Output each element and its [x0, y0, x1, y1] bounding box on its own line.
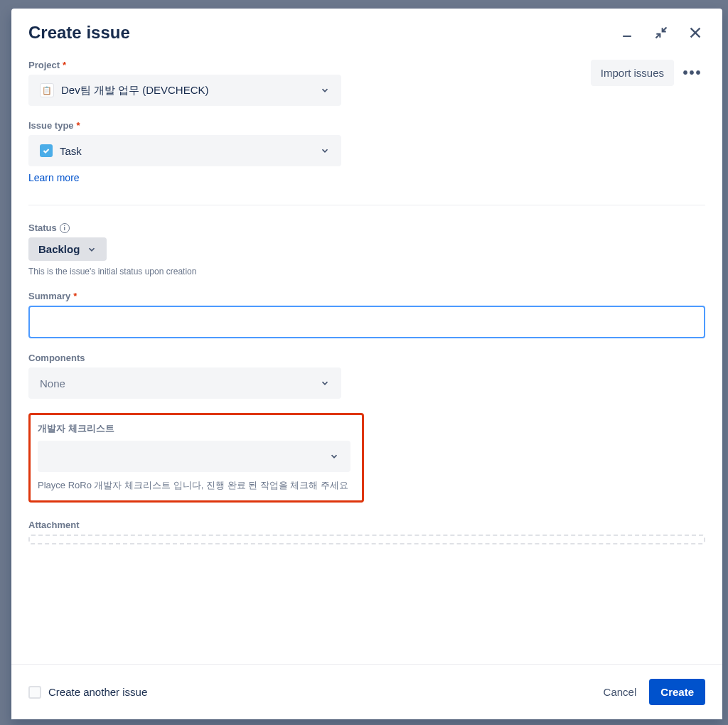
- summary-label-text: Summary: [28, 291, 70, 301]
- checklist-label-text: 개발자 체크리스트: [38, 422, 114, 435]
- project-icon: 📋: [40, 83, 54, 97]
- header-actions: [617, 23, 705, 43]
- create-another-label: Create another issue: [48, 686, 147, 698]
- issue-type-select[interactable]: Task: [28, 135, 341, 166]
- components-label-text: Components: [28, 353, 85, 363]
- status-field-group: Status i Backlog This is the issue's ini…: [28, 222, 705, 276]
- create-button[interactable]: Create: [649, 679, 705, 705]
- status-select[interactable]: Backlog: [28, 237, 107, 261]
- status-helper: This is the issue's initial status upon …: [28, 267, 705, 276]
- status-label: Status i: [28, 222, 705, 233]
- create-issue-modal: Create issue Project *: [11, 9, 722, 719]
- import-issues-button[interactable]: Import issues: [591, 60, 674, 86]
- issue-type-field-group: Issue type * Task Learn more: [28, 120, 341, 183]
- required-indicator: *: [63, 60, 66, 70]
- components-field-group: Components None: [28, 353, 705, 399]
- project-field-group: Project * 📋 Dev팀 개발 업무 (DEVCHECK): [28, 60, 341, 106]
- chevron-down-icon: [329, 451, 339, 461]
- create-another-checkbox[interactable]: [28, 686, 41, 699]
- top-row: Project * 📋 Dev팀 개발 업무 (DEVCHECK) Issue …: [28, 60, 705, 198]
- divider: [28, 205, 705, 205]
- required-indicator: *: [73, 291, 77, 301]
- attachment-field-group: Attachment: [28, 520, 705, 544]
- more-icon: •••: [682, 65, 702, 81]
- checklist-highlighted-section: 개발자 체크리스트 Playce RoRo 개발자 체크리스트 입니다, 진행 …: [28, 413, 364, 503]
- modal-footer: Create another issue Cancel Create: [11, 664, 722, 719]
- learn-more-link[interactable]: Learn more: [28, 172, 341, 183]
- create-another-row: Create another issue: [28, 686, 147, 699]
- issue-type-select-content: Task: [40, 144, 82, 157]
- close-button[interactable]: [685, 23, 705, 43]
- more-actions-button[interactable]: •••: [680, 60, 705, 86]
- footer-actions: Cancel Create: [601, 679, 705, 705]
- minimize-button[interactable]: [617, 23, 637, 43]
- checklist-label: 개발자 체크리스트: [38, 422, 352, 435]
- close-icon: [687, 25, 703, 41]
- components-value: None: [40, 377, 65, 390]
- checklist-select[interactable]: [38, 441, 350, 472]
- project-label-text: Project: [28, 60, 60, 70]
- collapse-button[interactable]: [651, 23, 671, 43]
- modal-header: Create issue: [11, 9, 722, 43]
- issue-type-label: Issue type *: [28, 120, 341, 131]
- components-label: Components: [28, 353, 705, 363]
- chevron-down-icon: [320, 146, 330, 156]
- project-select[interactable]: 📋 Dev팀 개발 업무 (DEVCHECK): [28, 75, 341, 106]
- chevron-down-icon: [320, 378, 330, 388]
- attachment-dropzone[interactable]: [28, 535, 705, 544]
- chevron-down-icon: [320, 85, 330, 95]
- cancel-button[interactable]: Cancel: [601, 680, 640, 704]
- summary-field-group: Summary *: [28, 291, 705, 338]
- project-value: Dev팀 개발 업무 (DEVCHECK): [61, 84, 209, 97]
- required-indicator: *: [77, 120, 80, 131]
- collapse-icon: [654, 26, 668, 40]
- modal-title: Create issue: [28, 23, 130, 43]
- issue-type-label-text: Issue type: [28, 120, 74, 131]
- info-icon[interactable]: i: [60, 223, 70, 233]
- status-value: Backlog: [38, 243, 80, 255]
- summary-label: Summary *: [28, 291, 705, 301]
- project-label: Project *: [28, 60, 341, 70]
- top-actions: Import issues •••: [591, 60, 705, 86]
- minimize-icon: [620, 26, 634, 40]
- project-select-content: 📋 Dev팀 개발 업무 (DEVCHECK): [40, 83, 209, 97]
- attachment-label-text: Attachment: [28, 520, 80, 530]
- issue-type-value: Task: [60, 145, 82, 157]
- chevron-down-icon: [87, 245, 97, 254]
- project-section: Project * 📋 Dev팀 개발 업무 (DEVCHECK) Issue …: [28, 60, 341, 198]
- modal-body: Project * 📋 Dev팀 개발 업무 (DEVCHECK) Issue …: [11, 43, 722, 664]
- task-icon: [40, 144, 53, 157]
- checklist-helper: Playce RoRo 개발자 체크리스트 입니다, 진행 완료 된 작업을 체…: [38, 479, 352, 492]
- components-select[interactable]: None: [28, 367, 341, 399]
- summary-input[interactable]: [28, 306, 705, 338]
- attachment-label: Attachment: [28, 520, 705, 530]
- status-label-text: Status: [28, 222, 57, 233]
